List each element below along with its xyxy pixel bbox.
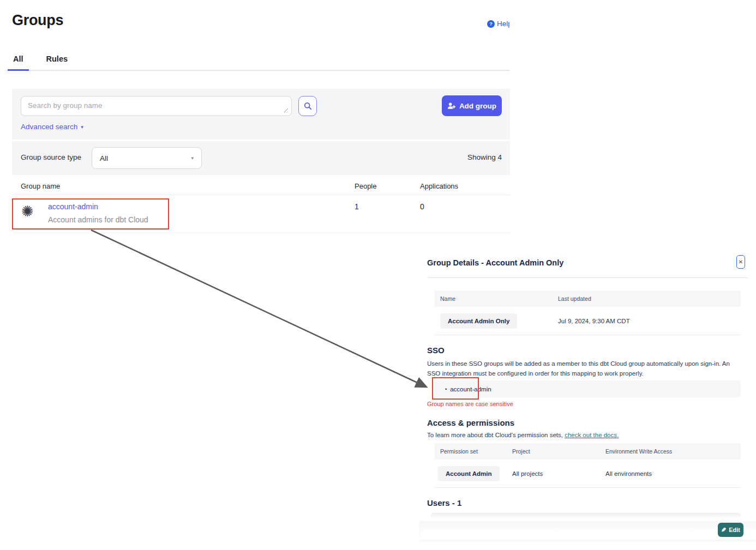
chevron-down-icon: ▾ xyxy=(191,155,194,161)
edit-button[interactable]: ✎ Edit xyxy=(718,523,743,537)
divider xyxy=(427,277,748,278)
sso-group-chip: account-admin xyxy=(450,386,491,392)
truncated-row xyxy=(431,513,741,518)
sso-description: Users in these SSO groups will be added … xyxy=(427,359,742,379)
access-permissions-heading: Access & permissions xyxy=(427,418,514,427)
close-button[interactable]: ✕ xyxy=(736,255,745,269)
access-description: To learn more about dbt Cloud's permissi… xyxy=(427,432,619,438)
pencil-icon: ✎ xyxy=(721,527,726,534)
group-source-type-label: Group source type xyxy=(21,153,81,161)
last-updated-value: Jul 9, 2024, 9:30 AM CDT xyxy=(553,318,741,324)
add-group-label: Add group xyxy=(459,102,496,110)
add-group-button[interactable]: Add group xyxy=(442,95,502,116)
column-applications: Applications xyxy=(420,182,458,190)
table-row[interactable]: ✺ account-admin Account admins for dbt C… xyxy=(12,195,510,233)
name-table: Name Last updated Account Admin Only Jul… xyxy=(435,291,741,335)
edit-button-label: Edit xyxy=(729,527,740,533)
close-icon: ✕ xyxy=(739,259,743,265)
permissions-table: Permission set Project Environment Write… xyxy=(435,443,741,488)
search-input[interactable] xyxy=(21,96,292,116)
group-gear-icon: ✺ xyxy=(21,204,34,219)
column-name: Name xyxy=(435,295,553,302)
group-people-count: 1 xyxy=(355,202,359,211)
column-project: Project xyxy=(510,448,605,455)
column-people: People xyxy=(355,182,376,190)
permissions-table-header: Permission set Project Environment Write… xyxy=(435,443,741,460)
group-description: Account admins for dbt Cloud xyxy=(48,215,148,224)
groups-table-header: Group name People Applications xyxy=(12,180,510,195)
table-row: Account Admin Only Jul 9, 2024, 9:30 AM … xyxy=(435,307,741,335)
group-source-type-select[interactable]: All ▾ xyxy=(92,147,202,169)
group-source-type-value: All xyxy=(100,154,108,162)
docs-link[interactable]: check out the docs. xyxy=(565,432,619,438)
project-value: All projects xyxy=(510,470,605,477)
search-button[interactable] xyxy=(298,96,317,116)
column-permission-set: Permission set xyxy=(435,448,510,455)
bullet-icon: • xyxy=(445,386,447,392)
add-user-icon xyxy=(447,102,455,110)
group-name-link[interactable]: account-admin xyxy=(48,202,98,211)
help-icon: ? xyxy=(487,20,495,28)
case-sensitive-warning: Group names are case sensitive xyxy=(427,401,513,407)
advanced-search-label: Advanced search xyxy=(21,123,77,131)
table-row: Account Admin All projects All environme… xyxy=(435,460,741,488)
chevron-down-icon: ▾ xyxy=(81,124,83,130)
users-heading: Users - 1 xyxy=(427,498,461,507)
tab-rules[interactable]: Rules xyxy=(41,55,74,70)
group-name-badge: Account Admin Only xyxy=(440,313,517,329)
help-label: Help xyxy=(497,20,509,28)
help-link[interactable]: ? Help xyxy=(487,20,509,28)
showing-count: Showing 4 xyxy=(467,153,502,161)
search-panel: Advanced search ▾ Add group xyxy=(12,89,510,140)
tab-all[interactable]: All xyxy=(8,55,29,71)
permission-set-badge: Account Admin xyxy=(438,466,500,481)
name-table-header: Name Last updated xyxy=(435,291,741,307)
access-description-text: To learn more about dbt Cloud's permissi… xyxy=(427,432,565,438)
tab-bar: All Rules xyxy=(8,55,510,71)
group-source-panel: Group source type All ▾ Showing 4 xyxy=(12,141,510,175)
page-title: Groups xyxy=(12,12,63,29)
sso-group-row: • account-admin xyxy=(435,380,741,397)
search-input-wrap xyxy=(21,96,292,116)
group-applications-count: 0 xyxy=(420,202,424,211)
column-last-updated: Last updated xyxy=(553,295,741,302)
environment-write-access-value: All environments xyxy=(605,470,741,477)
search-icon xyxy=(304,102,312,110)
sso-heading: SSO xyxy=(427,346,445,355)
advanced-search-toggle[interactable]: Advanced search ▾ xyxy=(21,123,83,131)
column-environment-write-access: Environment Write Access xyxy=(605,448,741,455)
details-panel-title: Group Details - Account Admin Only xyxy=(427,258,563,267)
column-group-name: Group name xyxy=(21,182,60,190)
details-footer xyxy=(420,521,756,540)
